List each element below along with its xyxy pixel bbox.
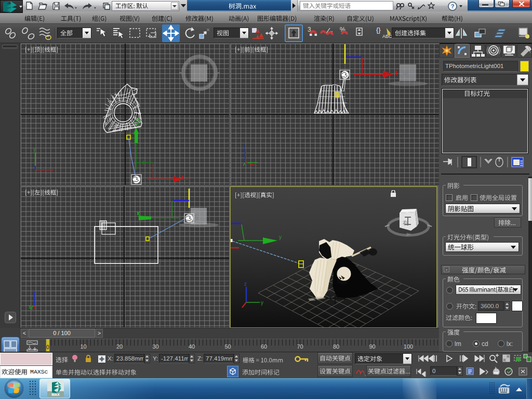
svg-text:y: y — [29, 303, 31, 309]
svg-text:z: z — [243, 145, 246, 150]
svg-text:z: z — [244, 281, 247, 287]
svg-text:y: y — [33, 147, 36, 152]
svg-text:{}: {} — [376, 26, 381, 34]
svg-text:y: y — [261, 300, 263, 305]
svg-text:ABC: ABC — [382, 34, 392, 39]
svg-text:y: y — [279, 234, 282, 240]
svg-text:x: x — [51, 167, 54, 172]
svg-text:?: ? — [451, 3, 455, 9]
svg-text:MAX: MAX — [51, 393, 60, 396]
svg-text:z: z — [32, 288, 35, 293]
